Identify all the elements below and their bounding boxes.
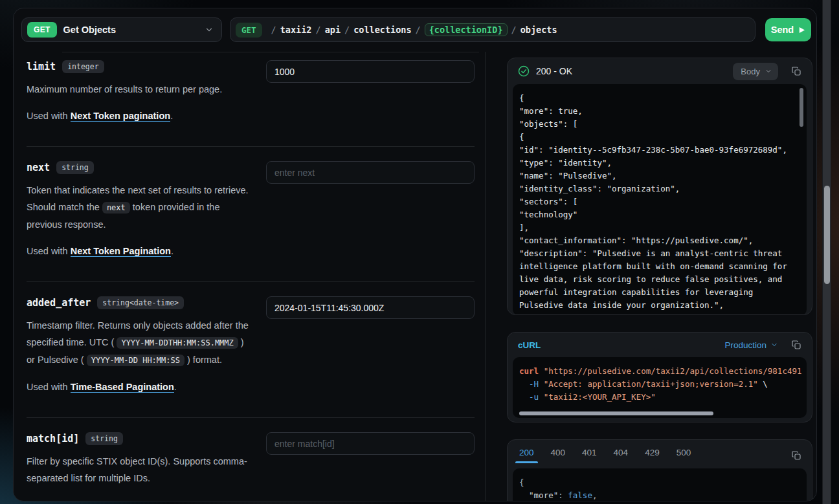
param-input-match[id][interactable] bbox=[266, 432, 475, 455]
code-token: curl bbox=[519, 366, 539, 376]
doc-link[interactable]: Next Token pagination bbox=[71, 111, 170, 122]
endpoint-select[interactable]: GET Get Objects bbox=[21, 17, 222, 42]
inline-code-badge: YYYY-MM-DDTHH:MM:SS.MMMZ bbox=[117, 337, 238, 349]
url-token-collection-id: {collectionID} bbox=[425, 23, 508, 36]
url-segment: api bbox=[325, 25, 341, 35]
code-token: { bbox=[519, 477, 524, 487]
code-token: -u bbox=[529, 392, 539, 402]
param-input-wrap bbox=[266, 296, 475, 319]
copy-icon bbox=[791, 66, 801, 76]
param-input-wrap bbox=[266, 432, 475, 455]
code-token: false bbox=[568, 490, 592, 500]
param-usage: Used with Next Token Pagination. bbox=[27, 243, 254, 259]
curl-title: cURL bbox=[518, 340, 718, 350]
response-code: {"more": true,"objects": [{"id": "identi… bbox=[513, 84, 807, 315]
curl-hscrollbar-thumb[interactable] bbox=[519, 411, 713, 415]
send-label: Send bbox=[771, 25, 794, 35]
code-token: : bbox=[558, 490, 568, 500]
doc-link[interactable]: Time-Based Pagination bbox=[71, 382, 174, 393]
path-separator: / bbox=[416, 25, 421, 35]
param-input-next[interactable] bbox=[266, 161, 475, 184]
param-type-badge: integer bbox=[62, 60, 104, 73]
param-usage: Used with Time-Based Pagination. bbox=[27, 378, 254, 395]
status-tab-200[interactable]: 200 bbox=[519, 448, 534, 463]
param-section-next: nextstringToken that indicates the next … bbox=[27, 147, 475, 282]
param-input-wrap bbox=[266, 60, 475, 83]
code-line: -H "Accept: application/taxii+json;versi… bbox=[519, 378, 801, 391]
status-tab-429[interactable]: 429 bbox=[645, 448, 660, 463]
code-line: "more": false, bbox=[519, 489, 801, 501]
param-info: match[id]stringFilter by specific STIX o… bbox=[27, 432, 254, 501]
param-head: match[id]string bbox=[27, 432, 254, 445]
column-divider bbox=[485, 52, 486, 501]
code-token: "more" bbox=[529, 490, 558, 500]
doc-link[interactable]: Filtering bbox=[108, 499, 145, 501]
curl-code: curl "https://pulsedive.com/taxii2/api/c… bbox=[513, 357, 807, 411]
param-input-wrap bbox=[266, 161, 475, 184]
path-separator: / bbox=[344, 25, 350, 35]
response-code-block: {"more": true,"objects": [{"id": "identi… bbox=[513, 84, 807, 315]
param-usage: To learn more, visit Filtering. bbox=[27, 496, 254, 501]
check-circle-icon bbox=[518, 65, 530, 77]
path-separator: / bbox=[271, 25, 276, 35]
url-segment: collections bbox=[353, 25, 411, 35]
curl-code-block[interactable]: curl "https://pulsedive.com/taxii2/api/c… bbox=[513, 357, 807, 418]
play-icon bbox=[798, 27, 805, 34]
code-line: "technology" bbox=[519, 208, 801, 221]
param-input-added_after[interactable] bbox=[266, 296, 475, 319]
param-info: nextstringToken that indicates the next … bbox=[27, 161, 254, 259]
status-tab-404[interactable]: 404 bbox=[614, 448, 629, 463]
doc-link[interactable]: Next Token Pagination bbox=[71, 246, 171, 257]
code-line: "objects": [ bbox=[519, 118, 801, 131]
param-description: Maximum number of results to return per … bbox=[27, 81, 254, 98]
param-section-limit: limitintegerMaximum number of results to… bbox=[27, 52, 475, 147]
status-tab-500[interactable]: 500 bbox=[677, 448, 691, 463]
code-token bbox=[519, 392, 529, 402]
send-button[interactable]: Send bbox=[765, 18, 811, 41]
examples-card: 200400401404429500 { "more": false, bbox=[507, 439, 812, 501]
copy-curl-button[interactable] bbox=[789, 337, 804, 353]
curl-card: cURL Production curl "https://pulsedive.… bbox=[507, 332, 812, 422]
url-segment: objects bbox=[520, 25, 557, 35]
code-token: "https://pulsedive.com/taxii2/api/collec… bbox=[539, 366, 801, 376]
param-section-match[id]: match[id]stringFilter by specific STIX o… bbox=[27, 418, 475, 501]
param-usage: Used with Next Token pagination. bbox=[27, 107, 254, 124]
param-section-added_after: added_afterstring<date-time>Timestamp fi… bbox=[27, 282, 475, 418]
window-scrollbar[interactable] bbox=[822, 0, 831, 504]
param-type-badge: string<date-time> bbox=[97, 296, 184, 309]
param-name: limit bbox=[27, 61, 56, 72]
endpoint-label: Get Objects bbox=[63, 25, 198, 35]
code-line: "name": "Pulsedive", bbox=[519, 170, 801, 182]
example-code: { "more": false, bbox=[513, 468, 807, 501]
code-token: "taxii2:<YOUR_API_KEY>" bbox=[539, 392, 656, 402]
curl-header: cURL Production bbox=[508, 333, 812, 357]
code-line: "more": true, bbox=[519, 105, 801, 118]
response-scrollbar-thumb[interactable] bbox=[800, 88, 803, 127]
status-tab-400[interactable]: 400 bbox=[551, 448, 566, 463]
copy-example-button[interactable] bbox=[789, 448, 804, 463]
copy-response-button[interactable] bbox=[789, 63, 804, 79]
code-line: "created": "2021-05-25T15:11:50.000Z" bbox=[519, 312, 801, 315]
code-line: "description": "Pulsedive is an analyst-… bbox=[519, 247, 801, 312]
request-url-bar[interactable]: GET /taxii2/api/collections/{collectionI… bbox=[230, 17, 755, 42]
window-scrollbar-thumb[interactable] bbox=[824, 186, 830, 284]
environment-select[interactable]: Production bbox=[724, 340, 778, 350]
response-header: 200 - OK Body bbox=[508, 58, 812, 84]
param-description: Timestamp filter. Returns only objects a… bbox=[27, 317, 254, 369]
param-input-limit[interactable] bbox=[266, 60, 475, 83]
endpoint-method-badge: GET bbox=[27, 22, 57, 38]
inline-code-badge: next bbox=[102, 202, 130, 214]
status-text: 200 - OK bbox=[536, 66, 726, 76]
param-name: match[id] bbox=[27, 433, 79, 444]
status-tab-401[interactable]: 401 bbox=[582, 448, 597, 463]
param-name: added_after bbox=[27, 297, 91, 309]
url-segment: taxii2 bbox=[280, 25, 312, 35]
code-line: { bbox=[519, 476, 801, 489]
code-line: { bbox=[519, 92, 801, 105]
request-method-badge: GET bbox=[236, 23, 262, 38]
path-separator: / bbox=[316, 25, 321, 35]
body-view-select[interactable]: Body bbox=[733, 63, 778, 80]
examples-header: 200400401404429500 bbox=[508, 440, 812, 468]
chevron-down-icon bbox=[205, 25, 214, 34]
response-column: 200 - OK Body {"more": true,"objects": [… bbox=[507, 58, 812, 501]
